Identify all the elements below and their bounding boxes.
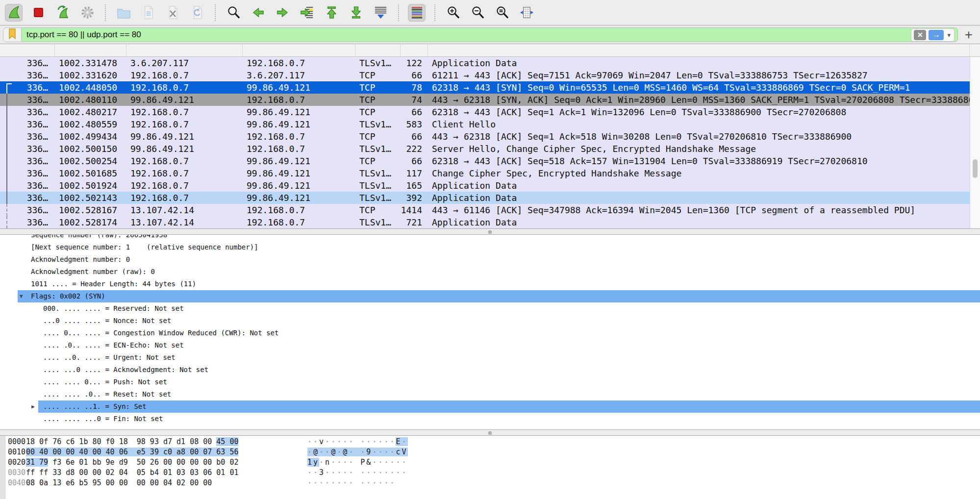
hex-bytes[interactable]: 08 0a 13 e6 b5 95 00 00 00 00 04 02 00 0… (26, 478, 212, 488)
colorize-button[interactable] (408, 4, 426, 22)
splitter-handle-icon (488, 230, 492, 234)
expander-closed-icon[interactable]: ▶ (31, 400, 35, 413)
cell-time: 1002.528174 (55, 216, 126, 228)
packet-row[interactable]: 336…1002.52817413.107.42.14192.168.0.7TL… (0, 216, 970, 228)
go-forward-button[interactable] (274, 4, 291, 22)
open-file-button[interactable] (115, 4, 132, 22)
hex-bytes[interactable]: 18 0f 76 c6 1b 80 f0 18 98 93 d7 d1 08 0… (26, 437, 238, 447)
detail-line[interactable]: Sequence number (raw): 2665041958 (0, 235, 980, 241)
start-capture-icon (6, 5, 22, 20)
go-bottom-button[interactable] (347, 4, 365, 22)
packet-row[interactable]: 336…1002.480559192.168.0.799.86.49.121TL… (0, 118, 970, 130)
zoom-in-button[interactable] (444, 4, 462, 22)
resize-columns-button[interactable] (518, 4, 535, 22)
auto-scroll-button[interactable] (372, 4, 389, 22)
hex-ascii[interactable]: ··3····· ········ (307, 468, 408, 478)
column-header-info[interactable] (428, 44, 970, 56)
resize-columns-icon (519, 5, 534, 20)
packet-row[interactable]: 336…1002.448050192.168.0.799.86.49.121TC… (0, 81, 970, 94)
start-capture-button[interactable] (5, 4, 23, 22)
filter-bookmark-button[interactable] (3, 28, 22, 42)
hex-row[interactable]: 0030ff ff 33 d8 00 00 02 04 05 b4 01 03 … (0, 468, 980, 478)
stop-capture-button[interactable] (29, 4, 47, 22)
column-header-time[interactable] (55, 44, 126, 56)
detail-text: ...0 .... .... = Nonce: Not set (43, 315, 171, 327)
cell-time: 1002.501685 (55, 167, 126, 179)
hex-row[interactable]: 000018 0f 76 c6 1b 80 f0 18 98 93 d7 d1 … (0, 437, 980, 447)
pane-splitter-bottom[interactable] (0, 429, 980, 436)
clear-filter-button[interactable]: ✕ (914, 30, 926, 40)
reload-file-button[interactable] (188, 4, 206, 22)
detail-line[interactable]: Acknowledgment number (raw): 0 (0, 266, 980, 278)
detail-text: Sequence number (raw): 2665041958 (31, 235, 167, 241)
hex-bytes[interactable]: 00 40 00 00 40 00 40 06 e5 39 c0 a8 00 0… (26, 447, 238, 457)
restart-capture-button[interactable] (54, 4, 72, 22)
packet-row[interactable]: 336…1002.52816713.107.42.14192.168.0.7TC… (0, 204, 970, 216)
hex-ascii[interactable]: ··v····· ······E· (307, 437, 408, 447)
hex-bytes[interactable]: 31 79 f3 6e 01 bb 9e d9 50 26 00 00 00 0… (26, 457, 238, 468)
packet-row[interactable]: 336…1002.501924192.168.0.799.86.49.121TL… (0, 179, 970, 192)
hex-row[interactable]: 002031 79 f3 6e 01 bb 9e d9 50 26 00 00 … (0, 457, 980, 468)
detail-line[interactable]: .... .... ...0 = Fin: Not set (0, 413, 980, 425)
display-filter-field[interactable]: ✕ → ▾ (3, 27, 958, 42)
hex-row[interactable]: 001000 40 00 00 40 00 40 06 e5 39 c0 a8 … (0, 447, 980, 457)
cell-time: 1002.331478 (55, 57, 126, 69)
detail-line[interactable]: .... .... .0.. = Reset: Not set (0, 388, 980, 400)
cell-source: 192.168.0.7 (126, 179, 243, 192)
display-filter-input[interactable] (22, 28, 911, 42)
zoom-reset-icon (495, 5, 510, 20)
cell-info: Client Hello (428, 118, 970, 130)
expander-open-icon[interactable]: ▼ (20, 290, 23, 302)
filter-history-chevron-icon[interactable]: ▾ (946, 31, 952, 39)
column-header-no[interactable] (0, 44, 55, 56)
cell-info: Change Cipher Spec, Encrypted Handshake … (428, 167, 970, 179)
packet-row[interactable]: 336…1002.48011099.86.49.121192.168.0.7TC… (0, 94, 970, 106)
capture-options-button[interactable] (78, 4, 96, 22)
packet-row[interactable]: 336…1002.500254192.168.0.799.86.49.121TC… (0, 155, 970, 167)
zoom-out-button[interactable] (469, 4, 486, 22)
detail-line[interactable]: ...0 .... .... = Nonce: Not set (0, 315, 980, 327)
hex-bytes[interactable]: ff ff 33 d8 00 00 02 04 05 b4 01 03 03 0… (26, 468, 238, 478)
add-filter-button[interactable]: + (960, 27, 977, 42)
detail-line[interactable]: 000. .... .... = Reserved: Not set (0, 302, 980, 315)
column-header-length[interactable] (401, 44, 428, 56)
packet-row[interactable]: 336…1002.331620192.168.0.73.6.207.117TCP… (0, 69, 970, 81)
column-header-destination[interactable] (243, 44, 355, 56)
cell-protocol: TLSv1… (355, 118, 401, 130)
detail-line[interactable]: .... ..0. .... = Urgent: Not set (0, 351, 980, 364)
hex-ascii[interactable]: ·@··@·@· ·9····cV (307, 447, 408, 457)
packet-row[interactable]: 336…1002.3314783.6.207.117192.168.0.7TLS… (0, 57, 970, 69)
zoom-reset-button[interactable] (493, 4, 511, 22)
close-file-button[interactable] (164, 4, 181, 22)
detail-line[interactable]: .... ...0 .... = Acknowledgment: Not set (0, 364, 980, 376)
column-header-protocol[interactable] (355, 44, 401, 56)
detail-line[interactable]: [Next sequence number: 1 (relative seque… (0, 241, 980, 253)
detail-line[interactable]: .... .... 0... = Push: Not set (0, 376, 980, 388)
find-packet-button[interactable] (225, 4, 242, 22)
pane-splitter-top[interactable] (0, 228, 980, 235)
packet-row[interactable]: 336…1002.501685192.168.0.799.86.49.121TL… (0, 167, 970, 179)
detail-line[interactable]: Acknowledgment number: 0 (0, 253, 980, 266)
cell-destination: 192.168.0.7 (243, 130, 355, 143)
packet-row[interactable]: 336…1002.480217192.168.0.799.86.49.121TC… (0, 106, 970, 118)
hex-row[interactable]: 004008 0a 13 e6 b5 95 00 00 00 00 04 02 … (0, 478, 980, 488)
hex-ascii[interactable]: 1y·n···· P&······ (307, 457, 408, 468)
detail-line[interactable]: ▶.... .... ..1. = Syn: Set (0, 400, 980, 413)
save-file-button[interactable] (139, 4, 157, 22)
hex-ascii[interactable]: ········ ······ (307, 478, 396, 488)
cell-time: 1002.480559 (55, 118, 126, 130)
detail-line[interactable]: 1011 .... = Header Length: 44 bytes (11) (0, 278, 980, 290)
detail-line[interactable]: .... .0.. .... = ECN-Echo: Not set (0, 339, 980, 351)
column-header-source[interactable] (126, 44, 243, 56)
go-to-packet-button[interactable] (298, 4, 316, 22)
packet-list-scrollbar[interactable] (970, 57, 980, 228)
detail-line[interactable]: ▼Flags: 0x002 (SYN) (0, 290, 980, 302)
scrollbar-thumb[interactable] (973, 159, 978, 178)
packet-row[interactable]: 336…1002.502143192.168.0.799.86.49.121TL… (0, 192, 970, 204)
apply-filter-button[interactable]: → (929, 30, 944, 40)
detail-line[interactable]: .... 0... .... = Congestion Window Reduc… (0, 327, 980, 339)
go-back-button[interactable] (249, 4, 267, 22)
go-top-button[interactable] (323, 4, 340, 22)
packet-row[interactable]: 336…1002.49943499.86.49.121192.168.0.7TC… (0, 130, 970, 143)
packet-row[interactable]: 336…1002.50015099.86.49.121192.168.0.7TL… (0, 143, 970, 155)
